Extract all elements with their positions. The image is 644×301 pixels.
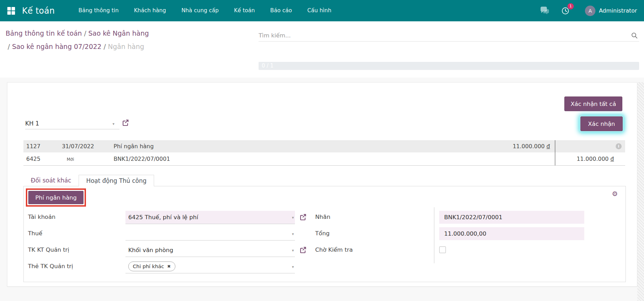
analytic-tag-row: Thẻ TK Quản trị Chi phí khác ✖ ▾ — [28, 259, 299, 275]
account-label: Tài khoản — [28, 209, 125, 225]
breadcrumb-statement-072022[interactable]: Sao kê ngân hàng 07/2022 — [12, 43, 101, 50]
reconciliation-tabs: Đối soát khác Hoạt động Thủ công — [23, 175, 154, 186]
total-input[interactable] — [439, 227, 584, 240]
breadcrumb-current: Ngân hàng — [108, 43, 144, 50]
tag-chi-phi-khac[interactable]: Chi phí khác ✖ — [128, 261, 175, 271]
state-badge: Mới — [67, 157, 74, 162]
breadcrumb-dashboard[interactable]: Bảng thông tin kế toán — [6, 29, 82, 37]
nav-item-bang-thong-tin[interactable]: Bảng thông tin — [71, 0, 126, 21]
total-row: Tổng — [315, 226, 616, 242]
state-cell: Mới — [62, 156, 114, 162]
caret-down-icon[interactable]: ▾ — [292, 232, 294, 236]
total-label: Tổng — [315, 226, 439, 241]
preset-phi-ngan-hang-button[interactable]: Phí ngân hàng — [28, 191, 84, 204]
search-bar — [259, 29, 639, 42]
breadcrumb-line-2: /Sao kê ngân hàng 07/2022/Ngân hàng — [6, 40, 149, 53]
currency-symbol: đ — [610, 156, 614, 162]
reconciliation-card: Xác nhận tất cả Xác nhận ▾ 1127 31/07/20… — [7, 82, 637, 287]
confirm-button[interactable]: Xác nhận — [580, 116, 623, 131]
nav-item-bao-cao[interactable]: Báo cáo — [262, 0, 299, 21]
nav-item-cau-hinh[interactable]: Cấu hình — [299, 0, 339, 21]
search-input[interactable] — [259, 29, 639, 41]
label-row: Nhãn — [315, 209, 616, 226]
label-cell: Phí ngân hàng — [114, 143, 429, 150]
label-cell: BNK1/2022/07/0001 — [114, 156, 429, 162]
user-name[interactable]: Administrator — [599, 7, 637, 14]
pending-check-wrap — [439, 242, 584, 255]
search-icon[interactable] — [631, 32, 638, 39]
analytic-account-label: TK KT Quản trị — [28, 242, 125, 258]
nav-item-ke-toan[interactable]: Kế toán — [226, 0, 263, 21]
apps-menu-button[interactable] — [6, 6, 16, 16]
main-menu: Bảng thông tin Khách hàng Nhà cung cấp K… — [71, 0, 339, 21]
pending-check-row: Chờ Kiểm tra — [315, 242, 616, 259]
pager: 0 / 1 — [259, 62, 639, 70]
activity-button[interactable]: 1 — [560, 5, 571, 16]
analytic-tag-field[interactable]: Chi phí khác ✖ ▾ — [125, 260, 295, 273]
caret-down-icon[interactable]: ▾ — [292, 265, 294, 269]
partner-input[interactable] — [25, 117, 120, 129]
nav-item-nha-cung-cap[interactable]: Nhà cung cấp — [174, 0, 226, 21]
caret-down-icon[interactable]: ▾ — [113, 122, 115, 126]
external-link-icon[interactable] — [299, 213, 307, 221]
messages-button[interactable] — [539, 5, 550, 16]
app-title[interactable]: Kế toán — [22, 6, 55, 16]
nav-item-khach-hang[interactable]: Khách hàng — [126, 0, 174, 21]
account-row: Tài khoản 6425 Thuế, phí và lệ phí ▾ — [28, 209, 299, 226]
tax-field[interactable]: ▾ — [125, 227, 295, 241]
pending-check-checkbox[interactable] — [439, 246, 446, 253]
label-field-label: Nhãn — [315, 209, 439, 225]
total-value-wrap — [439, 226, 584, 240]
breadcrumb: Bảng thông tin kế toán/Sao kê Ngân hàng … — [6, 27, 149, 53]
tag-label: Chi phí khác — [133, 264, 164, 269]
annotation-highlight: Phí ngân hàng — [26, 188, 86, 207]
activity-count-badge: 1 — [567, 3, 574, 9]
analytic-account-field[interactable]: Khối văn phòng ▾ — [125, 244, 295, 257]
proposition-line-row[interactable]: 6425 Mới BNK1/2022/07/0001 11.000.000 đ — [23, 152, 625, 166]
manual-operations-pane: Phí ngân hàng ⚙ Tài khoản 6425 Thuế, phí… — [23, 186, 626, 282]
external-link-icon[interactable] — [122, 119, 129, 127]
debit-amount: 11.000.000 — [513, 143, 545, 150]
analytic-account-row: TK KT Quản trị Khối văn phòng ▾ — [28, 242, 299, 259]
caret-down-icon[interactable]: ▾ — [292, 248, 294, 253]
statement-line-row[interactable]: 1127 31/07/2022 Phí ngân hàng 11.000.000… — [23, 140, 625, 152]
tax-label: Thuế — [28, 226, 125, 241]
breadcrumb-separator: / — [6, 43, 12, 50]
account-cell: 6425 — [23, 156, 62, 162]
label-input[interactable] — [439, 211, 584, 224]
form-right-column: Nhãn Tổng Chờ Kiểm tra — [315, 209, 616, 259]
form-left-column: Tài khoản 6425 Thuế, phí và lệ phí ▾ Thu… — [28, 209, 299, 275]
pending-check-label: Chờ Kiểm tra — [315, 242, 439, 258]
analytic-account-value: Khối văn phòng — [125, 244, 295, 257]
control-panel: Bảng thông tin kế toán/Sao kê Ngân hàng … — [0, 21, 644, 78]
user-avatar[interactable]: A — [585, 6, 595, 16]
currency-symbol: đ — [547, 143, 550, 150]
date-cell: 31/07/2022 — [62, 143, 114, 150]
remove-tag-icon[interactable]: ✖ — [167, 264, 171, 269]
grid-icon — [7, 6, 16, 15]
breadcrumb-separator: / — [101, 43, 108, 50]
breadcrumb-separator: / — [82, 29, 88, 37]
external-link-icon[interactable] — [299, 246, 307, 254]
caret-down-icon[interactable]: ▾ — [292, 215, 294, 220]
page: Kế toán Bảng thông tin Khách hàng Nhà cu… — [0, 0, 644, 301]
top-navbar: Kế toán Bảng thông tin Khách hàng Nhà cu… — [0, 0, 644, 21]
tab-doi-soat-khac[interactable]: Đối soát khác — [23, 175, 79, 186]
tab-hoat-dong-thu-cong[interactable]: Hoạt động Thủ công — [79, 175, 154, 186]
debit-cell: 11.000.000 đ — [429, 143, 555, 150]
breadcrumb-bank-statements[interactable]: Sao kê Ngân hàng — [88, 29, 149, 37]
label-value-wrap — [439, 209, 584, 224]
statement-lines-table: 1127 31/07/2022 Phí ngân hàng 11.000.000… — [23, 140, 625, 166]
page-edge-stripes — [637, 82, 644, 301]
partner-field-row: ▾ — [25, 117, 137, 130]
breadcrumb-line-1: Bảng thông tin kế toán/Sao kê Ngân hàng — [6, 27, 149, 40]
info-icon[interactable]: i — [616, 143, 622, 149]
account-cell: 1127 — [23, 143, 62, 150]
tax-row: Thuế ▾ — [28, 226, 299, 242]
confirm-all-button[interactable]: Xác nhận tất cả — [564, 96, 622, 111]
credit-amount: 11.000.000 — [577, 156, 609, 162]
analytic-tag-label: Thẻ TK Quản trị — [28, 259, 125, 274]
account-value: 6425 Thuế, phí và lệ phí — [125, 211, 295, 224]
gear-icon[interactable]: ⚙ — [612, 191, 618, 197]
account-field[interactable]: 6425 Thuế, phí và lệ phí ▾ — [125, 211, 295, 224]
